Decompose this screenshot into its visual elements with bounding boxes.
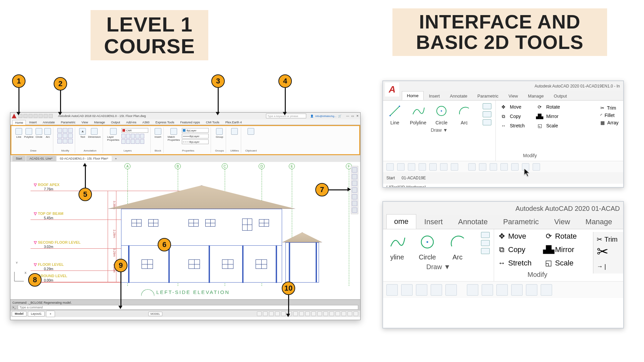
- tool-dimension[interactable]: Dimension: [88, 128, 101, 138]
- status-units-icon[interactable]: [329, 311, 334, 316]
- quick-access-toolbar[interactable]: [18, 114, 53, 118]
- command-input[interactable]: [18, 305, 358, 310]
- file-tab-0[interactable]: ACAD1-01. Line*: [26, 156, 56, 161]
- tool-insert-block[interactable]: Insert: [155, 128, 161, 138]
- nav-showmotion-icon[interactable]: [352, 201, 357, 206]
- qa-saveas-icon[interactable]: [419, 163, 426, 171]
- quick-access-b[interactable]: [383, 281, 623, 298]
- trim-flyout[interactable]: ✂Trim ✂ → |: [593, 232, 623, 274]
- qa-save-icon[interactable]: [408, 163, 415, 171]
- app-icon[interactable]: [12, 114, 16, 118]
- tab-b-home[interactable]: ome: [386, 214, 416, 229]
- tab-b-annotate[interactable]: Annotate: [451, 215, 495, 229]
- tool-a-copy[interactable]: ⧉Copy: [500, 113, 525, 120]
- quick-access-a[interactable]: [383, 161, 623, 172]
- tool-a-line[interactable]: Line: [387, 103, 402, 125]
- tool-a-move[interactable]: ✥Move: [500, 103, 525, 111]
- tab-a-insert[interactable]: Insert: [424, 92, 445, 100]
- color-bylayer-dropdown[interactable]: ByLayer: [182, 128, 209, 133]
- tool-line[interactable]: Line: [15, 128, 22, 138]
- tool-circle[interactable]: Circle: [36, 128, 42, 138]
- tool-b-rotate[interactable]: ⟳Rotate: [545, 232, 577, 241]
- status-model-pill[interactable]: MODEL: [148, 312, 162, 316]
- layer-tools[interactable]: [121, 134, 148, 144]
- status-dyn-icon[interactable]: [299, 311, 304, 316]
- tool-a-stretch[interactable]: ↔Stretch: [500, 122, 525, 129]
- tool-a-array[interactable]: ▦Array: [600, 120, 619, 125]
- tool-a-rotate[interactable]: ⟳Rotate: [536, 103, 560, 111]
- current-layer-dropdown[interactable]: CAR: [121, 128, 148, 133]
- qa-undo-icon[interactable]: [440, 163, 447, 171]
- nav-compass-icon[interactable]: [352, 167, 357, 173]
- nav-steering-icon[interactable]: [352, 194, 357, 199]
- qa-mod1-icon[interactable]: [468, 163, 476, 171]
- tool-a-arc[interactable]: Arc: [457, 103, 472, 125]
- ribbon-tab-addins[interactable]: Add-ins: [123, 120, 139, 125]
- ribbon-tab-annotate[interactable]: Annotate: [40, 120, 58, 125]
- modify-mini-grid[interactable]: [57, 128, 73, 143]
- tool-b-move[interactable]: ✥Move: [498, 232, 532, 241]
- tool-b-polyline[interactable]: yline: [387, 232, 407, 261]
- qat-undo-icon[interactable]: [44, 114, 48, 118]
- lineweight-bylayer-dropdown[interactable]: ByLayer: [182, 134, 209, 138]
- filebar-open[interactable]: 01-ACAD19E: [401, 176, 426, 180]
- status-grid-icon[interactable]: [257, 311, 262, 316]
- app-menu-a[interactable]: A: [385, 82, 399, 97]
- draw-extra-b[interactable]: [481, 232, 490, 254]
- ribbon-tab-insert[interactable]: Insert: [26, 120, 40, 125]
- nav-zoom-icon[interactable]: [352, 181, 357, 186]
- clipboard-icon[interactable]: [248, 128, 254, 135]
- signin-icon[interactable]: 👤: [310, 115, 314, 118]
- qa-mod2-icon[interactable]: [479, 163, 486, 171]
- minimize-button[interactable]: ―: [346, 114, 349, 118]
- status-cycling-icon[interactable]: [317, 311, 322, 316]
- exchange-icon[interactable]: 🛒: [338, 115, 341, 118]
- status-snap-icon[interactable]: [263, 311, 268, 316]
- tool-b-arc[interactable]: Arc: [447, 232, 468, 261]
- signin-label[interactable]: info@infratechg...: [315, 115, 336, 118]
- tool-polyline[interactable]: Polyline: [24, 128, 34, 138]
- qa-mod4-icon[interactable]: [500, 163, 508, 171]
- layout-tab-model[interactable]: Model: [12, 311, 26, 316]
- ribbon-tab-output[interactable]: Output: [108, 120, 123, 125]
- qat-open-icon[interactable]: [23, 114, 28, 118]
- draw-panel-label-b[interactable]: Draw ▼: [387, 263, 490, 271]
- status-clean-icon[interactable]: [347, 311, 352, 316]
- ribbon-tab-cmi[interactable]: CMI Tools: [203, 120, 222, 125]
- qb-m1-icon[interactable]: [467, 284, 478, 296]
- qa-mod3-icon[interactable]: [490, 163, 497, 171]
- navigation-bar[interactable]: [351, 166, 358, 214]
- file-tab-new[interactable]: ＋: [112, 156, 119, 162]
- status-otrack-icon[interactable]: [293, 311, 298, 316]
- qa-new-icon[interactable]: [386, 163, 394, 171]
- tab-b-parametric[interactable]: Parametric: [496, 215, 546, 229]
- tool-a-mirror[interactable]: ▟▙Mirror: [536, 113, 560, 120]
- file-tab-1[interactable]: 02-ACAD19EN1.0 - 1St. Floor Plan*: [57, 156, 112, 161]
- qat-saveas-icon[interactable]: [34, 114, 38, 118]
- status-isolate-icon[interactable]: [341, 311, 346, 316]
- tool-b-circle[interactable]: Circle: [417, 232, 437, 261]
- draw-panel-label-a[interactable]: Draw ▼: [387, 127, 491, 133]
- qat-save-icon[interactable]: [29, 114, 33, 118]
- maximize-button[interactable]: ▭: [351, 114, 354, 118]
- drawing-canvas[interactable]: A B C D E F ▽ROOF APEX 7.76m ▽TOP OF BEA…: [10, 162, 360, 299]
- viewport-label-a[interactable]: [-][Top][2D Wireframe]: [383, 184, 623, 188]
- status-osnap-icon[interactable]: [281, 311, 286, 316]
- file-tab-start[interactable]: Start: [12, 156, 25, 161]
- qb-redo-icon[interactable]: [445, 284, 457, 296]
- nav-pan-icon[interactable]: [352, 174, 357, 179]
- qa-plot-icon[interactable]: [429, 163, 437, 171]
- ribbon-tab-manage[interactable]: Manage: [91, 120, 108, 125]
- nav-misc-icon[interactable]: [352, 207, 357, 213]
- ribbon-tab-home[interactable]: Home: [12, 120, 26, 125]
- tab-a-view[interactable]: View: [504, 92, 523, 100]
- tool-a-fillet[interactable]: ◜Fillet: [600, 113, 619, 118]
- qb-m6-icon[interactable]: [541, 284, 552, 296]
- qb-m2-icon[interactable]: [482, 284, 493, 296]
- status-annomonitor-icon[interactable]: [323, 311, 328, 316]
- tab-a-manage[interactable]: Manage: [523, 92, 548, 100]
- tab-a-output[interactable]: Output: [549, 92, 572, 100]
- layout-tab-layout1[interactable]: Layout1: [28, 311, 45, 316]
- qb-m4-icon[interactable]: [511, 284, 523, 296]
- qa-redo-icon[interactable]: [451, 163, 458, 171]
